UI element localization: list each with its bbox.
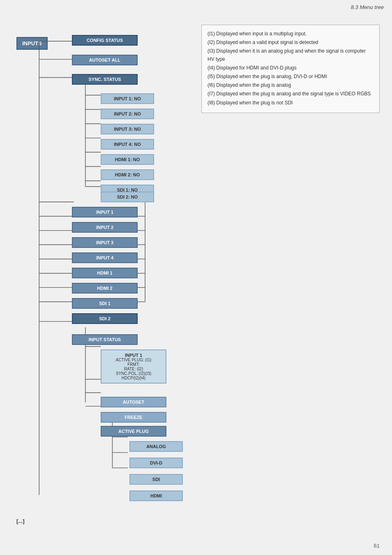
node-hdmi1-no: HDMI 1: NO: [101, 154, 154, 165]
info-item-1: (I1) Displayed when input is a multiplug…: [208, 30, 374, 38]
page-number: 61: [374, 543, 380, 549]
page: 8.3 Menu tree INPUTS: [0, 0, 392, 555]
info-item-3: (I3) Displayed when it is an analog plug…: [208, 47, 374, 63]
node-sdi1: SDI 1: [72, 298, 138, 309]
node-input-status: INPUT STATUS: [72, 334, 138, 345]
node-autoset: AUTOSET: [101, 397, 166, 407]
node-hdcp: HDCP(I2)(I4): [105, 376, 162, 380]
node-input3-no: INPUT 3: NO: [101, 124, 154, 134]
main-content: INPUTS: [0, 0, 392, 530]
node-sdi: SDI: [129, 474, 183, 485]
node-rate: RATE: (I2): [105, 367, 162, 371]
node-sdi2-no: SDI 2: NO: [101, 192, 154, 202]
info-item-4: (I4) Displayed for HDMI and DVI-D plugs: [208, 64, 374, 72]
node-input1-no: INPUT 1: NO: [101, 93, 154, 104]
node-input4: INPUT 4: [72, 252, 138, 263]
header-title: 8.3 Menu tree: [351, 4, 384, 10]
node-sync-pol: SYNC.POL.:(I2)(I3): [105, 371, 162, 376]
node-input1: INPUT 1: [72, 207, 138, 217]
node-input2-no: INPUT 2: NO: [101, 109, 154, 119]
ellipsis: [...]: [16, 518, 25, 524]
node-input1-detail: INPUT 1 ACTIVE PLUG: (I1) FRMT: RATE: (I…: [101, 349, 166, 384]
info-box: (I1) Displayed when input is a multiplug…: [201, 25, 380, 113]
node-sync-status: SYNC. STATUS: [72, 74, 138, 85]
node-frmt: FRMT:: [105, 362, 162, 367]
node-freeze: FREEZE: [101, 412, 166, 423]
node-config-status: CONFIG STATUS: [72, 35, 138, 46]
node-dvi-d: DVI-D: [129, 458, 183, 468]
node-sdi2: SDI 2: [72, 313, 138, 324]
node-analog: ANALOG: [129, 441, 183, 452]
info-item-2: (I2) Displayed when a valid input signal…: [208, 39, 374, 46]
info-item-7: (I7) Displayed when the plug is analog a…: [208, 90, 374, 98]
node-active-plug-main: ACTIVE PLUG: [101, 426, 166, 437]
node-active-plug-label: ACTIVE PLUG: (I1): [105, 358, 162, 362]
node-input3: INPUT 3: [72, 237, 138, 248]
node-hdmi2-no: HDMI 2: NO: [101, 169, 154, 180]
node-hdmi1: HDMI 1: [72, 268, 138, 278]
node-hdmi: HDMI: [129, 490, 183, 501]
inputs-label: INPUTS: [16, 37, 48, 50]
info-item-6: (I6) Displayed when the plug is analog: [208, 81, 374, 89]
node-input1-detail-title: INPUT 1: [105, 353, 162, 358]
diagram-area: INPUTS: [12, 25, 193, 518]
info-item-8: (I8) Displayed when the plug is not SDI: [208, 99, 374, 107]
header: 8.3 Menu tree: [343, 0, 392, 14]
node-hdmi2: HDMI 2: [72, 283, 138, 294]
node-input4-no: INPUT 4: NO: [101, 139, 154, 150]
node-autoset-all: AUTOSET ALL: [72, 55, 138, 65]
info-item-5: (I5) Displayed when the plug is analog, …: [208, 73, 374, 81]
node-input2: INPUT 2: [72, 222, 138, 233]
